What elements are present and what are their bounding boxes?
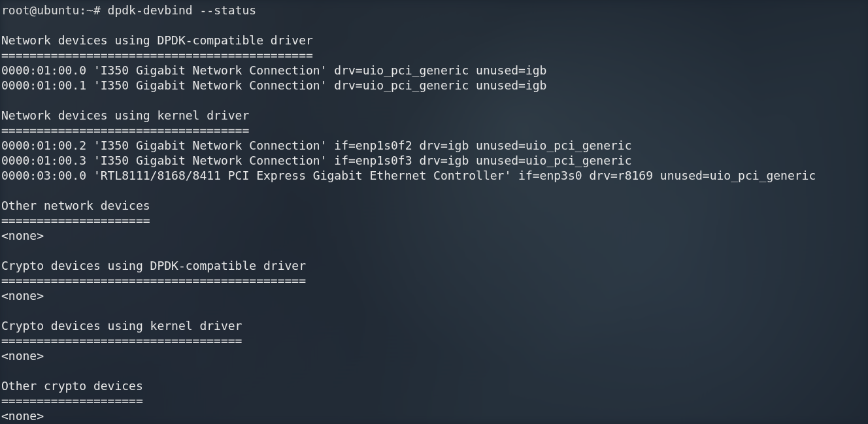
section-title: Other crypto devices <box>1 379 143 393</box>
section-title: Other network devices <box>1 199 150 212</box>
section-underline: ================================== <box>1 334 242 348</box>
command-text: dpdk-devbind --status <box>108 3 257 17</box>
section-title: Crypto devices using kernel driver <box>1 319 242 333</box>
prompt-sep: @ <box>29 3 37 17</box>
prompt-path: ~ <box>86 3 93 17</box>
output-line: 0000:01:00.3 'I350 Gigabit Network Conne… <box>1 154 632 167</box>
output-line: 0000:01:00.2 'I350 Gigabit Network Conne… <box>1 139 632 152</box>
prompt-colon: : <box>79 3 86 17</box>
section-title: Network devices using DPDK-compatible dr… <box>1 33 313 47</box>
prompt-host: ubuntu <box>37 3 79 17</box>
output-line: 0000:01:00.0 'I350 Gigabit Network Conne… <box>1 63 546 77</box>
output-line: <none> <box>1 349 44 363</box>
section-underline: ===================== <box>1 214 150 227</box>
output-line: <none> <box>1 289 44 302</box>
terminal-output[interactable]: root@ubuntu:~# dpdk-devbind --status Net… <box>0 0 868 424</box>
prompt-symbol: # <box>93 3 101 17</box>
section-underline: ========================================… <box>1 48 313 62</box>
prompt-user: root <box>1 3 29 17</box>
output-line: 0000:03:00.0 'RTL8111/8168/8411 PCI Expr… <box>1 169 816 182</box>
section-underline: ========================================… <box>1 274 306 287</box>
section-underline: ==================== <box>1 394 143 408</box>
output-line: <none> <box>1 409 44 423</box>
output-line: <none> <box>1 229 44 242</box>
output-line: 0000:01:00.1 'I350 Gigabit Network Conne… <box>1 78 546 92</box>
section-underline: =================================== <box>1 123 249 137</box>
section-title: Network devices using kernel driver <box>1 108 249 122</box>
section-title: Crypto devices using DPDK-compatible dri… <box>1 259 306 272</box>
